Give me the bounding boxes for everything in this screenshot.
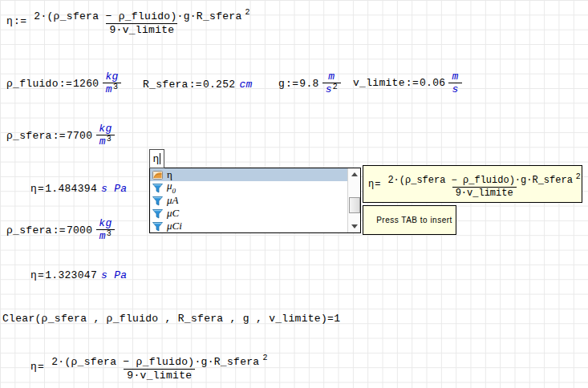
fraction-denominator: 9·v_limite [124,369,195,382]
unit-denominator: m3 [96,229,115,243]
var-eta: η [30,361,37,373]
press-tab-hint: Press TAB to insert [363,205,456,235]
dropdown-scrollbar[interactable] [347,168,360,232]
numerator-expression: 2·(ρ_sfera − ρ_fluido)·g·R_sfera [34,10,241,22]
unit-exponent: 2 [333,83,338,91]
autocomplete-item-muCi[interactable]: μCi [150,220,347,232]
var-eta: η [30,269,37,281]
assign-operator: := [14,15,26,27]
eta-definition-formula-region[interactable]: η:= 2·(ρ_sfera − ρ_fluido)·g·R_sfera2 9·… [6,6,253,36]
fraction-numerator: 2·(ρ_sfera − ρ_fluido)·g·R_sfera2 [30,6,253,23]
item-label: μCi [167,220,182,232]
assign-operator: := [53,224,66,236]
assign-operator: := [189,79,202,91]
formula-preview-tooltip: η= 2·(ρ_sfera − ρ_fluido)·g·R_sfera2 9·v… [363,165,582,203]
funnel-icon [152,183,163,193]
var-eta: η [368,179,374,190]
variable-icon [152,170,163,180]
result-value: 1.484394 [45,183,97,195]
assign-operator: := [59,78,72,90]
numerator-expression: 2·(ρ_sfera − ρ_fluido)·g·R_sfera [51,356,259,368]
equals-operator: = [38,361,44,373]
autocomplete-item-mu0[interactable]: μ0 [150,181,347,194]
unit-numerator: m [448,71,461,83]
fraction: 2·(ρ_sfera − ρ_fluido)·g·R_sfera2 9·v_li… [48,351,270,382]
unit-numerator: m [325,71,338,83]
var-rho-fluido: ρ_fluido [6,78,59,90]
unit-fraction: kg m3 [102,71,121,96]
unit-symbol: m [99,230,106,242]
unit-fraction: m s [448,71,461,95]
v-limite-definition-region[interactable]: v_limite:=0.06 m s [353,71,462,95]
exponent: 2 [576,172,581,181]
unit-fraction: m s2 [322,71,341,96]
assign-operator: := [286,78,298,90]
fraction-denominator: 9·v_limite [106,23,177,36]
unit-numerator: kg [95,123,115,135]
value: 0.252 [203,79,236,91]
r-sfera-definition-region[interactable]: R_sfera:=0.252cm [143,79,253,91]
fraction-numerator: 2·(ρ_sfera − ρ_fluido)·g·R_sfera2 [48,351,270,369]
fraction: 2·(ρ_sfera − ρ_fluido)·g·R_sfera2 9·v_li… [384,170,583,199]
unit-denominator: s2 [322,83,341,96]
hint-text: Press TAB to insert [376,216,452,224]
unit-numerator: kg [102,71,121,83]
typed-text: η [153,153,160,165]
worksheet: η:= 2·(ρ_sfera − ρ_fluido)·g·R_sfera2 9·… [0,0,588,388]
equals-operator: = [38,183,44,195]
scroll-down-icon[interactable] [351,224,358,228]
unit-symbol: s [326,83,332,95]
item-label-base: μ [167,180,172,192]
fraction-numerator: 2·(ρ_sfera − ρ_fluido)·g·R_sfera2 [384,170,583,187]
value: 9.8 [299,78,318,90]
formula-edit-box[interactable]: η [149,149,164,168]
funnel-icon [152,196,163,206]
text-cursor [160,153,160,164]
item-label: μA [167,194,178,207]
result-units: s Pa [101,183,127,195]
unit-denominator: s [448,83,461,95]
unit-cm: cm [239,79,252,91]
exponent: 2 [245,8,250,17]
var-eta: η [6,15,13,27]
clear-function-region[interactable]: Clear(ρ_sfera , ρ_fluido , R_sfera , g ,… [2,313,340,325]
equals-operator: = [375,179,380,190]
unit-symbol: m [106,83,112,95]
equals-operator: = [38,269,44,281]
result-value: 1.323047 [45,269,97,281]
var-eta: η [30,183,37,195]
scroll-up-icon[interactable] [351,172,358,176]
value: 7000 [67,224,92,236]
assign-operator: := [406,77,419,89]
unit-exponent: 3 [113,83,118,91]
eta-result-region-1[interactable]: η=1.484394s Pa [30,183,127,195]
funnel-icon [152,208,163,219]
autocomplete-list: η μ0 μA μC [150,168,347,232]
clear-expression: Clear(ρ_sfera , ρ_fluido , R_sfera , g ,… [2,313,340,325]
unit-numerator: kg [95,217,115,229]
unit-fraction: kg m3 [95,217,115,243]
autocomplete-item-eta[interactable]: η [150,168,347,181]
value: 0.06 [420,77,445,89]
eta-result-region-2[interactable]: η=1.323047s Pa [30,269,127,281]
var-g: g [278,78,285,90]
value: 7700 [67,130,92,142]
autocomplete-item-muA[interactable]: μA [150,194,347,207]
item-label: μC [167,207,179,220]
unit-fraction: kg m3 [95,123,115,148]
rho-sfera-definition-region-1[interactable]: ρ_sfera:=7700 kg m3 [6,123,116,148]
rho-sfera-definition-region-2[interactable]: ρ_sfera:=7000 kg m3 [6,217,116,243]
g-definition-region[interactable]: g:=9.8 m s2 [278,71,341,96]
unit-symbol: m [99,135,106,148]
fraction-denominator: 9·v_limite [452,187,517,199]
result-units: s Pa [101,269,127,281]
value: 1260 [73,78,99,90]
eta-evaluated-formula-region[interactable]: η= 2·(ρ_sfera − ρ_fluido)·g·R_sfera2 9·v… [30,351,270,382]
var-rho-sfera: ρ_sfera [6,224,52,236]
autocomplete-item-muC[interactable]: μC [150,207,347,220]
exponent: 2 [262,354,267,362]
rho-fluido-definition-region[interactable]: ρ_fluido:=1260 kg m3 [6,71,122,96]
autocomplete-dropdown: η μ0 μA μC [149,168,361,233]
unit-exponent: 3 [107,135,112,143]
scrollbar-thumb[interactable] [349,197,360,213]
